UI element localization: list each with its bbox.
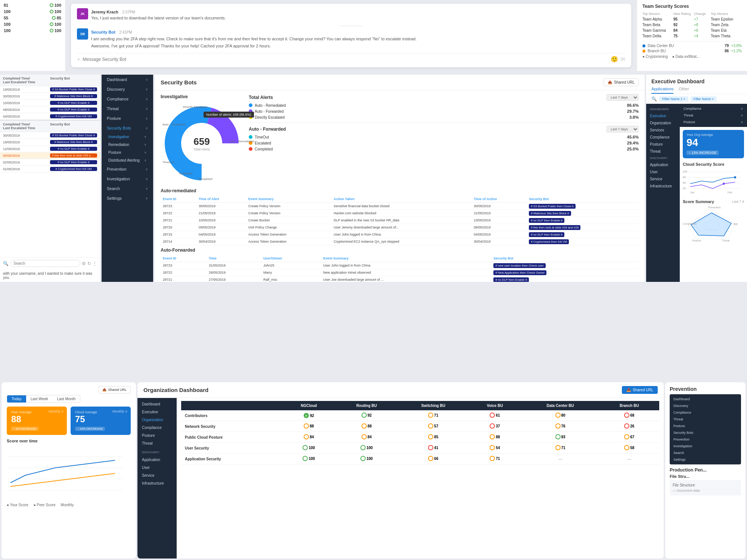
prev-nav-threat[interactable]: Threat [670,416,741,423]
more-icon[interactable]: ⋮ [93,261,97,266]
sidebar-item-settings[interactable]: Settings∨ [102,193,153,203]
org-nav-application[interactable]: Application [137,456,177,464]
org-nav-compliance[interactable]: Compliance [137,424,177,432]
security-bots-panel: Security Bots 📤 Shared URL Investigative [155,75,645,282]
auto-forwarded-row: 28723 31/05/2019 John25 User John logged… [161,262,639,269]
emoji-icon: 🙂 [611,56,618,63]
prev-nav-dashboard[interactable]: Dashboard [670,396,741,402]
exec-nav-posture[interactable]: Posture [646,141,680,148]
org-dashboard-panel: Organization Dashboard 📤 Shared URL Dash… [137,382,664,559]
prev-nav-settings[interactable]: Settings [670,456,741,463]
prevention-title: Prevention [670,386,741,392]
prev-nav-search[interactable]: Search [670,449,741,456]
org-nav-organization[interactable]: Organization [137,416,177,424]
left-table-row: 15/05/2019 If no DLP then Enable It [0,100,100,106]
svg-text:Compliance: Compliance [683,223,697,225]
left-table-row: 30/05/2019 If S3 Bucket Public then Clos… [0,132,100,139]
chat-time-2: 2:41PM [119,30,132,34]
prev-nav-prevention[interactable]: Prevention [670,436,741,443]
exec-nav-service[interactable]: Service [646,175,680,183]
prev-nav-secbots[interactable]: Security Bots [670,429,741,436]
sidebar-item-discovery[interactable]: Discovery∨ [102,84,153,94]
executive-dashboard-panel: Executive Dashboard Applications Other 🔍… [646,75,747,282]
chat-text-1: Yes, I just wanted to download the lates… [91,16,226,20]
security-bots-title: Security Bots [161,79,197,85]
team-score-row: Team Alpha 95 +7 Team Epsilon [642,17,742,21]
auto-remediated-row: 28723 30/05/2019 Create Policy Version S… [161,203,639,210]
sidebar-item-threat[interactable]: Threat∨ [102,104,153,113]
sidebar-item-investigation[interactable]: Investigation∨ [102,174,153,184]
settings-icon[interactable]: ⚙ [82,261,86,266]
sidebar-item-prevention[interactable]: Prevention∨ [102,164,153,174]
svg-text:Feb: Feb [728,191,732,194]
prev-nav-investigation[interactable]: Investigation [670,443,741,449]
org-nav-user[interactable]: User [137,464,177,472]
exec-nav-compliance[interactable]: Compliance [646,134,680,141]
sidebar-item-search[interactable]: Search∨ [102,184,153,193]
sidebar-item-posture[interactable]: Posture∨ [102,113,153,123]
auto-forwarded-time-select[interactable]: Last 7 days Last 30 days [607,126,639,133]
tab-last-month[interactable]: Last Month [53,395,80,402]
left-table-row: 12/05/2019 If no DLP then Enable It [0,146,100,152]
auto-remediated-section: Auto-remediated Event ID Time of Alert E… [155,188,645,245]
total-alerts-time-select[interactable]: Last 7 days Last 30 days [607,94,639,101]
investigative-label: Investigative [161,94,243,99]
svg-text:Prevention: Prevention [708,206,721,209]
shared-url-button-bottom[interactable]: 📤 Shared URL [98,386,131,393]
share-icon: 📤 [608,80,612,84]
svg-text:40: 40 [683,187,686,190]
file-struct-label: File Stru... [670,474,741,479]
org-table-row: Public Cloud Posture 84 84 85 88 93 67 [181,432,659,443]
search-icon-left: 🔍 [3,261,9,266]
sidebar-item-dashboard[interactable]: Dashboard∨ [102,75,153,84]
org-nav-dashboard[interactable]: Dashboard [137,400,177,408]
donut-tooltip: Number of alerts: 438 (86.6%) [204,112,254,118]
scores-left-panel: 81 100 100 100 55 85 100 100 100 100 [0,0,65,71]
refresh-icon[interactable]: ↻ [87,261,91,266]
prev-nav-discovery[interactable]: Discovery [670,402,741,409]
org-nav-service[interactable]: Service [137,472,177,479]
exec-nav-infrastructure[interactable]: Infrastructure [646,183,680,190]
prev-nav-posture[interactable]: Posture [670,423,741,429]
search-input-left[interactable] [10,260,80,267]
chat-input[interactable] [83,57,608,62]
org-table-row: Network Security 88 88 57 37 76 26 [181,421,659,432]
auto-remediated-row: 28715 04/05/2019 Access Token Generation… [161,231,639,238]
exec-nav-services[interactable]: Services [646,127,680,134]
org-nav-executive[interactable]: Executive [137,408,177,416]
sidebar-item-posture[interactable]: Posture∨ [102,149,153,156]
prevention-panel: Prevention Dashboard Discovery Complianc… [665,382,746,559]
org-nav-infrastructure[interactable]: Infrastructure [137,479,177,487]
score-pair-row: 55 85 [4,16,61,20]
shared-url-button-main[interactable]: 📤 Shared URL [604,78,639,86]
tab-last-week[interactable]: Last Week [26,395,53,402]
tab-applications[interactable]: Applications [651,87,673,94]
svg-text:100: 100 [683,170,687,173]
add-icon: + [77,56,80,63]
share-icon-bottom: 📤 [102,388,106,392]
prev-nav-compliance[interactable]: Compliance [670,409,741,416]
exec-nav-user[interactable]: User [646,168,680,175]
svg-point-14 [734,176,736,178]
score-pair-row: 81 100 [4,3,61,7]
svg-text:Jan: Jan [690,191,694,194]
auto-forwarded-row: 28721 27/05/2019 Ralf_msc User Joe downl… [161,276,639,282]
sidebar-item-distributed-alerting[interactable]: Distributed Alerting∨ [102,156,153,164]
auto-forwarded-panel: Auto - Forwarded Last 7 days Last 30 day… [249,122,639,151]
tab-other[interactable]: Other [679,87,689,94]
org-nav-posture[interactable]: Posture [137,432,177,439]
exec-nav-application[interactable]: Application [646,161,680,168]
org-shared-url-button[interactable]: 📤 Shared URL [622,386,658,394]
exec-nav-executive[interactable]: Executive [646,112,680,119]
sidebar-item-remediation[interactable]: Remediation∨ [102,141,153,149]
sidebar-item-investigative[interactable]: Investigative∨ [102,133,153,141]
sidebar-item-compliance[interactable]: Compliance∨ [102,94,153,104]
tab-today[interactable]: Today [7,395,26,402]
search-icon-exec: 🔍 [651,96,657,102]
left-security-panel: Completed Time/Last Escalated Time Secur… [0,75,100,282]
exec-nav-organization[interactable]: Organization [646,119,680,127]
exec-nav-threat[interactable]: Threat [646,148,680,155]
sidebar-item-security-bots[interactable]: Security Bots∨ [102,123,153,133]
org-nav-threat[interactable]: Threat [137,439,177,447]
peer-scores-panel: 📤 Shared URL Today Last Week Last Month … [1,382,136,559]
